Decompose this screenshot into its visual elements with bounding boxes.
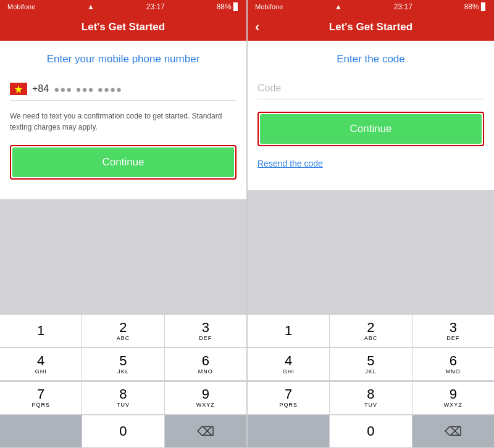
country-code: +84 [32, 83, 49, 94]
key-6[interactable]: 6MNO [165, 348, 246, 380]
right-continue-button[interactable]: Continue [260, 114, 482, 144]
right-wifi-icon: ▲ [335, 2, 342, 11]
phone-input-row[interactable]: +84 ●●● ●●● ●●●● [10, 78, 237, 101]
left-wifi-icon: ▲ [87, 2, 94, 11]
right-key-9[interactable]: 9WXYZ [412, 382, 494, 414]
right-gray-spacer [248, 190, 494, 315]
left-battery-pct: 88% [217, 2, 232, 11]
key-2[interactable]: 2ABC [82, 315, 164, 347]
key-9[interactable]: 9WXYZ [165, 382, 246, 414]
right-battery-area: 88% ▊ [464, 2, 487, 11]
right-key-7[interactable]: 7PQRS [248, 382, 329, 414]
sms-notice: We need to text you a confirmation code … [10, 110, 237, 133]
right-continue-btn-wrapper[interactable]: Continue [257, 112, 484, 146]
left-screen: Mobifone ▲ 23:17 88% ▊ Let's Get Started… [0, 0, 247, 448]
right-key-empty [248, 415, 329, 447]
key-3[interactable]: 3DEF [165, 315, 246, 347]
left-battery-icon: ▊ [233, 2, 239, 11]
left-gray-spacer [0, 199, 246, 315]
right-key-8[interactable]: 8TUV [330, 382, 411, 414]
right-key-5[interactable]: 5JKL [330, 348, 411, 380]
right-nav-bar: ‹ Let's Get Started [248, 14, 494, 41]
key-empty-left [0, 415, 82, 447]
right-battery-icon: ▊ [481, 2, 487, 11]
right-nav-title: Let's Get Started [329, 21, 412, 33]
back-button[interactable]: ‹ [255, 19, 259, 35]
left-continue-button[interactable]: Continue [12, 147, 234, 177]
right-key-1[interactable]: 1 [248, 315, 329, 347]
left-carrier: Mobifone [7, 3, 35, 10]
left-nav-title: Let's Get Started [82, 21, 165, 33]
left-nav-bar: Let's Get Started [0, 14, 246, 41]
left-status-bar: Mobifone ▲ 23:17 88% ▊ [0, 0, 246, 14]
right-key-4[interactable]: 4GHI [248, 348, 329, 380]
right-heading: Enter the code [257, 53, 484, 65]
resend-link[interactable]: Resend the code [257, 159, 484, 168]
key-4[interactable]: 4GHI [0, 348, 82, 380]
key-7[interactable]: 7PQRS [0, 382, 82, 414]
right-key-2[interactable]: 2ABC [330, 315, 411, 347]
left-keyboard: 1 2ABC 3DEF 4GHI 5JKL 6MNO 7PQRS 8TUV 9W… [0, 315, 246, 448]
left-heading: Enter your mobile phone number [10, 53, 237, 65]
left-battery-area: 88% ▊ [217, 2, 239, 11]
right-content: Enter the code Code Continue Resend the … [248, 41, 494, 190]
right-screen: Mobifone ▲ 23:17 88% ▊ ‹ Let's Get Start… [247, 0, 494, 448]
phone-number-masked: ●●● ●●● ●●●● [54, 84, 122, 94]
vietnam-flag-icon [10, 83, 27, 95]
key-delete-left[interactable]: ⌫ [165, 415, 246, 447]
right-key-delete[interactable]: ⌫ [412, 415, 494, 447]
key-1[interactable]: 1 [0, 315, 82, 347]
right-carrier: Mobifone [255, 3, 283, 10]
key-5[interactable]: 5JKL [82, 348, 164, 380]
right-key-3[interactable]: 3DEF [412, 315, 494, 347]
left-content: Enter your mobile phone number +84 ●●● ●… [0, 41, 246, 199]
key-0[interactable]: 0 [82, 415, 164, 447]
right-time: 23:17 [394, 2, 412, 11]
key-8[interactable]: 8TUV [82, 382, 164, 414]
left-time: 23:17 [146, 2, 165, 11]
right-key-6[interactable]: 6MNO [412, 348, 494, 380]
code-input-row[interactable]: Code [257, 78, 484, 99]
right-key-0[interactable]: 0 [330, 415, 411, 447]
code-placeholder: Code [257, 83, 281, 94]
right-status-bar: Mobifone ▲ 23:17 88% ▊ [248, 0, 494, 14]
right-keyboard: 1 2ABC 3DEF 4GHI 5JKL 6MNO 7PQRS 8TUV 9W… [248, 315, 494, 448]
right-battery-pct: 88% [464, 2, 479, 11]
left-continue-btn-wrapper[interactable]: Continue [10, 145, 237, 180]
